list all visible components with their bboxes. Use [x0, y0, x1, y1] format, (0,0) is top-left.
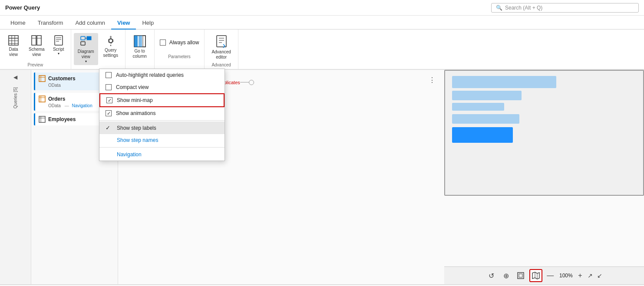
- animations-checkbox[interactable]: ✓: [106, 110, 112, 116]
- always-allow-chkbox[interactable]: [160, 39, 166, 46]
- menu-item-compact-view[interactable]: Compact view: [99, 81, 225, 93]
- schema-view-label: Schemaview: [29, 47, 45, 57]
- undo-btn[interactable]: ↺: [485, 270, 497, 282]
- menu-item-show-animations[interactable]: ✓ Show animations: [99, 107, 225, 119]
- orders-label: Orders: [48, 96, 65, 102]
- svg-rect-22: [134, 36, 138, 47]
- advanced-editor-icon: [215, 35, 228, 49]
- query-settings-label: Querysettings: [103, 48, 118, 58]
- mm-bar-2: [452, 91, 522, 100]
- always-allow-checkbox[interactable]: Always allow: [160, 39, 199, 46]
- dropdown-menu: Auto-highlight related queries Compact v…: [99, 69, 225, 161]
- tab-transform[interactable]: Transform: [32, 17, 69, 30]
- script-button[interactable]: Script ▾: [49, 33, 68, 57]
- advanced-editor-label: Advancededitor: [211, 49, 231, 60]
- svg-rect-24: [143, 36, 145, 47]
- table-query-icon: [39, 75, 46, 82]
- script-label: Script: [53, 47, 64, 52]
- ribbon-group-diagram: Diagramview ▾ Querysettings: [71, 30, 125, 69]
- ribbon-group-parameters: Always allow Parameters: [155, 30, 205, 69]
- compact-view-checkbox[interactable]: [106, 84, 112, 90]
- table-icon: [8, 35, 19, 46]
- step-labels-check: ✓: [106, 125, 112, 131]
- svg-rect-25: [217, 36, 226, 47]
- diagram-view-arrow: ▾: [85, 59, 87, 63]
- menu-item-auto-highlight[interactable]: Auto-highlight related queries: [99, 69, 225, 81]
- diagram-more-menu[interactable]: ⋮: [429, 76, 436, 84]
- go-to-column-button[interactable]: Go tocolumn: [128, 33, 152, 61]
- navigation-label: Navigation: [117, 151, 142, 158]
- tab-add-column[interactable]: Add column: [69, 17, 111, 30]
- settings-icon: [105, 35, 117, 47]
- tab-home[interactable]: Home: [4, 17, 32, 30]
- ribbon-group-advanced: Advancededitor Advanced: [205, 30, 238, 69]
- customers-label: Customers: [48, 76, 76, 82]
- zoom-minus[interactable]: —: [545, 272, 555, 279]
- svg-point-18: [109, 39, 112, 43]
- svg-rect-35: [39, 116, 45, 122]
- search-icon: 🔍: [496, 5, 502, 11]
- frame-btn[interactable]: [515, 270, 527, 282]
- minimap-toolbar: ↺ ⊕ — 100% + ↗ ↙: [444, 266, 644, 284]
- zoom-expand[interactable]: ↗: [587, 272, 594, 279]
- menu-item-show-step-names[interactable]: Show step names: [99, 134, 225, 146]
- diagram-view-icon: [80, 35, 92, 47]
- mini-map-label: Show mini-map: [117, 97, 153, 103]
- table-query-icon2: [39, 95, 46, 102]
- schema-view-button[interactable]: Schemaview: [25, 33, 48, 59]
- mm-bar-5: [452, 127, 513, 143]
- show-step-labels-label: Show step labels: [117, 125, 156, 131]
- advanced-group-label: Advanced: [207, 62, 235, 67]
- sidebar-collapse-btn[interactable]: ◀: [13, 74, 17, 80]
- search-bar[interactable]: 🔍 Search (Alt + Q): [491, 3, 639, 13]
- sidebar: ◀ Queries [5]: [0, 70, 31, 284]
- diagram-view-button[interactable]: Diagramview ▾: [74, 33, 98, 65]
- minimap-panel: [444, 70, 644, 196]
- svg-rect-23: [139, 36, 142, 47]
- zoom-level: 100%: [558, 273, 574, 279]
- auto-highlight-checkbox[interactable]: [106, 72, 112, 78]
- auto-highlight-label: Auto-highlight related queries: [116, 72, 184, 78]
- menu-item-navigation[interactable]: Navigation: [99, 148, 225, 161]
- script-dropdown-arrow: ▾: [58, 52, 59, 56]
- always-allow-label: Always allow: [169, 39, 199, 46]
- mm-bar-1: [452, 76, 556, 88]
- svg-rect-10: [55, 36, 63, 45]
- tab-view[interactable]: View: [111, 17, 136, 30]
- svg-rect-7: [37, 36, 41, 45]
- query-settings-button[interactable]: Querysettings: [99, 33, 122, 60]
- zoom-plus[interactable]: +: [576, 272, 584, 279]
- svg-rect-17: [81, 42, 85, 45]
- sidebar-queries-label: Queries [5]: [13, 87, 18, 108]
- mini-map-checkbox[interactable]: ✓: [106, 97, 112, 103]
- svg-rect-6: [32, 36, 36, 45]
- svg-rect-29: [39, 76, 45, 82]
- menu-item-show-mini-map[interactable]: ✓ Show mini-map: [99, 93, 225, 107]
- compact-view-label: Compact view: [116, 84, 149, 90]
- formula-bar: ▲ ▼ ✕ ✓ fx Source{[Name = "Suppliers", S…: [0, 284, 644, 286]
- svg-rect-14: [81, 36, 85, 40]
- svg-rect-42: [518, 273, 524, 279]
- goto-column-icon: [133, 35, 146, 48]
- svg-rect-43: [519, 274, 522, 277]
- map-btn[interactable]: [529, 269, 542, 282]
- data-view-button[interactable]: Dataview: [3, 33, 24, 59]
- diagram-view-label: Diagramview: [78, 49, 94, 59]
- go-to-column-label: Go tocolumn: [133, 49, 147, 59]
- advanced-editor-button[interactable]: Advancededitor: [207, 33, 235, 62]
- tab-help[interactable]: Help: [136, 17, 160, 30]
- mm-bar-3: [452, 103, 504, 111]
- ribbon-group-column: Go tocolumn: [125, 30, 155, 69]
- script-icon: [53, 35, 64, 46]
- svg-rect-15: [87, 36, 91, 40]
- parameters-group-label: Parameters: [160, 54, 199, 59]
- svg-rect-0: [9, 36, 18, 45]
- fit-btn[interactable]: ⊕: [500, 270, 512, 282]
- data-view-label: Dataview: [9, 47, 18, 57]
- ribbon-group-preview: Dataview Schemaview Script: [0, 30, 71, 69]
- zoom-collapse[interactable]: ↙: [596, 272, 603, 279]
- menu-item-show-step-labels[interactable]: ✓ Show step labels: [99, 122, 225, 134]
- preview-group-label: Preview: [3, 62, 68, 67]
- mm-bar-4: [452, 114, 519, 124]
- search-placeholder: Search (Alt + Q): [505, 5, 542, 11]
